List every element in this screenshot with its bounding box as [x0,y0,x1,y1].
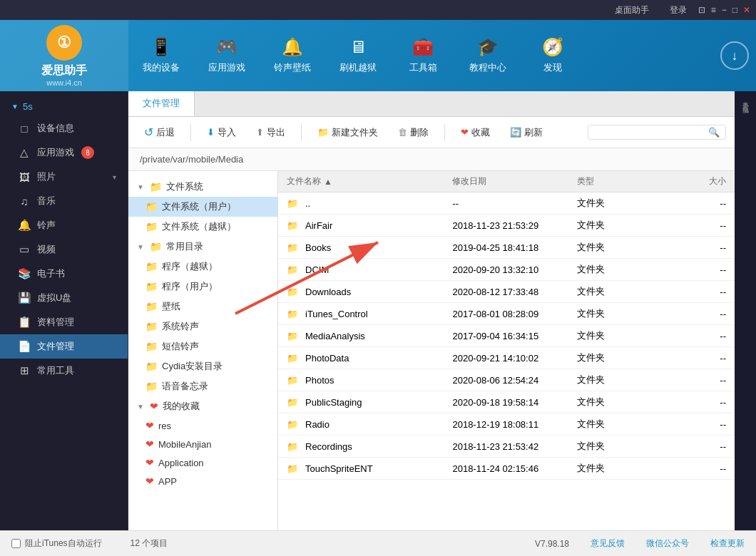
login-btn[interactable]: 登录 [670,4,687,16]
file-row[interactable]: 📁 DCIM 2020-09-20 13:32:10 文件夹 -- [278,259,735,281]
file-row[interactable]: 📁 iTunes_Control 2017-08-01 08:28:09 文件夹… [278,303,735,325]
sidebar-item-app-game[interactable]: △ 应用游戏 8 [0,140,128,165]
file-date-dcim: 2020-09-20 13:32:10 [452,264,576,275]
logo-name: 爱思助手 [41,63,87,78]
file-row[interactable]: 📁 .. -- 文件夹 -- [278,192,735,215]
itunes-checkbox-area[interactable]: 阻止iTunes自动运行 [11,537,102,550]
tree-fav-app[interactable]: ❤ APP [128,472,277,490]
tree-sms-ringtone[interactable]: 📁 短信铃声 [128,336,277,356]
filesystem-label: 文件系统 [166,180,203,193]
version-label: V7.98.18 [535,539,569,549]
refresh-button[interactable]: 🔄 刷新 [503,123,550,142]
wechat-link[interactable]: 微信公众号 [646,537,689,550]
device-label: 5s [23,101,33,112]
search-box[interactable]: 🔍 [588,125,726,140]
search-input[interactable] [594,127,708,138]
favorites-heart-icon: ❤ [150,401,158,412]
import-button[interactable]: ⬇ 导入 [200,123,243,142]
file-row[interactable]: 📁 Recordings 2018-11-23 21:53:42 文件夹 -- [278,436,735,458]
back-button[interactable]: ↺ 后退 [137,123,182,142]
tree-program-user[interactable]: 📁 程序（用户） [128,277,277,297]
file-row[interactable]: 📁 Photos 2020-08-06 12:54:24 文件夹 -- [278,369,735,391]
tree-sys-ringtone[interactable]: 📁 系统铃声 [128,316,277,336]
file-airfair-text: AirFair [305,220,332,231]
new-folder-button[interactable]: 📁 新建文件夹 [310,123,385,142]
file-row[interactable]: 📁 Books 2019-04-25 18:41:18 文件夹 -- [278,237,735,259]
file-name-touchsprite: 📁 TouchSpriteENT [287,463,452,474]
file-row[interactable]: 📁 Radio 2018-12-19 18:08:11 文件夹 -- [278,413,735,436]
new-folder-icon: 📁 [317,127,329,138]
window-list[interactable]: ≡ [711,5,716,15]
tree-fav-application[interactable]: ❤ Application [128,453,277,472]
tree-voice-memo[interactable]: 📁 语音备忘录 [128,376,277,396]
file-row[interactable]: 📁 Downloads 2020-08-12 17:33:48 文件夹 -- [278,281,735,303]
music-icon: ♫ [17,195,31,207]
tree-cydia[interactable]: 📁 Cydia安装目录 [128,356,277,376]
file-row[interactable]: 📁 TouchSpriteENT 2018-11-24 02:15:46 文件夹… [278,458,735,480]
sort-icon[interactable]: ▲ [324,177,332,187]
nav-jailbreak[interactable]: 🖥 刷机越狱 [325,20,391,91]
file-row[interactable]: 📁 AirFair 2018-11-23 21:53:29 文件夹 -- [278,215,735,237]
window-maximize[interactable]: □ [732,5,737,15]
sidebar-item-music[interactable]: ♫ 音乐 [0,189,128,213]
folder-icon-books: 📁 [287,242,298,253]
nav-discover[interactable]: 🧭 发现 [521,20,585,91]
delete-button[interactable]: 🗑 删除 [391,123,436,142]
download-button[interactable]: ↓ [720,41,749,70]
file-row[interactable]: 📁 MediaAnalysis 2017-09-04 16:34:15 文件夹 … [278,325,735,347]
tree-toggle-fav: ▼ [137,403,145,411]
nav-app-game[interactable]: 🎮 应用游戏 [194,20,260,91]
nav-my-device-label: 我的设备 [143,61,180,74]
itunes-checkbox[interactable] [11,539,21,548]
file-date-downloads: 2020-08-12 17:33:48 [452,287,576,297]
sidebar-item-photos[interactable]: 🖼 照片 ▾ [0,165,128,189]
file-row[interactable]: 📁 PublicStaging 2020-09-18 19:58:14 文件夹 … [278,391,735,413]
export-button[interactable]: ⬆ 导出 [249,123,292,142]
tree-filesystem-jailbreak[interactable]: 📁 文件系统（越狱） [128,217,277,237]
favorites-label: 我的收藏 [163,400,200,413]
window-collect[interactable]: ⊡ [698,5,705,15]
tree-program-jb[interactable]: 📁 程序（越狱） [128,257,277,277]
nav-ringtone[interactable]: 🔔 铃声壁纸 [260,20,325,91]
sidebar-item-data-mgr[interactable]: 📋 资料管理 [0,310,128,334]
tree-toggle-filesystem: ▼ [137,183,145,191]
tree-filesystem-head[interactable]: ▼ 📁 文件系统 [128,177,277,197]
file-name-photos: 📁 Photos [287,375,452,386]
favorite-button[interactable]: ❤ 收藏 [454,123,497,142]
sidebar-item-video[interactable]: ▭ 视频 [0,237,128,262]
tree-fav-res[interactable]: ❤ res [128,416,277,435]
sidebar-item-ringtone[interactable]: 🔔 铃声 [0,213,128,237]
sidebar-item-file-mgr[interactable]: 📄 文件管理 [0,334,128,359]
sidebar-item-common-tools[interactable]: ⊞ 常用工具 [0,359,128,383]
folder-icon-radio: 📁 [287,419,298,430]
sidebar-item-ebook[interactable]: 📚 电子书 [0,262,128,286]
window-close[interactable]: ✕ [743,5,750,15]
tree-favorites-head[interactable]: ▼ ❤ 我的收藏 [128,396,277,416]
tree-fav-mobileanjian[interactable]: ❤ MobileAnjian [128,435,277,453]
sidebar-item-device-info[interactable]: □ 设备信息 [0,116,128,140]
fav-application-label: Application [158,458,204,468]
file-date-touchsprite: 2018-11-24 02:15:46 [452,463,576,474]
nav-toolbox[interactable]: 🧰 工具箱 [391,20,455,91]
window-minimize[interactable]: − [722,5,727,15]
tree-common-dirs-head[interactable]: ▼ 📁 常用目录 [128,237,277,257]
file-date-airfair: 2018-11-23 21:53:29 [452,220,576,231]
file-row[interactable]: 📁 PhotoData 2020-09-21 14:10:02 文件夹 -- [278,347,735,369]
data-mgr-icon: 📋 [17,316,31,329]
feedback-link[interactable]: 意见反馈 [591,537,625,550]
file-mediaanalysis-text: MediaAnalysis [305,331,365,341]
update-link[interactable]: 检查更新 [710,537,745,550]
toolbar: ↺ 后退 ⬇ 导入 ⬆ 导出 📁 新建文件夹 🗑 删除 [128,117,735,148]
content-area: 文件管理 ↺ 后退 ⬇ 导入 ⬆ 导出 📁 新建文件夹 [128,91,735,530]
folder-icon-dcim: 📁 [287,264,298,275]
fs-jb-label: 文件系统（越狱） [162,220,236,233]
back-label: 后退 [156,126,175,139]
sidebar-item-usb[interactable]: 💾 虚拟U盘 [0,286,128,310]
folder-icon-publicstaging: 📁 [287,397,298,408]
nav-my-device[interactable]: 📱 我的设备 [128,20,194,91]
nav-tutorial[interactable]: 🎓 教程中心 [455,20,521,91]
tree-filesystem-user[interactable]: 📁 文件系统（用户） [128,197,277,217]
tab-file-mgr[interactable]: 文件管理 [128,91,195,116]
tree-wallpaper[interactable]: 📁 壁纸 [128,297,277,316]
file-radio-text: Radio [305,419,330,430]
